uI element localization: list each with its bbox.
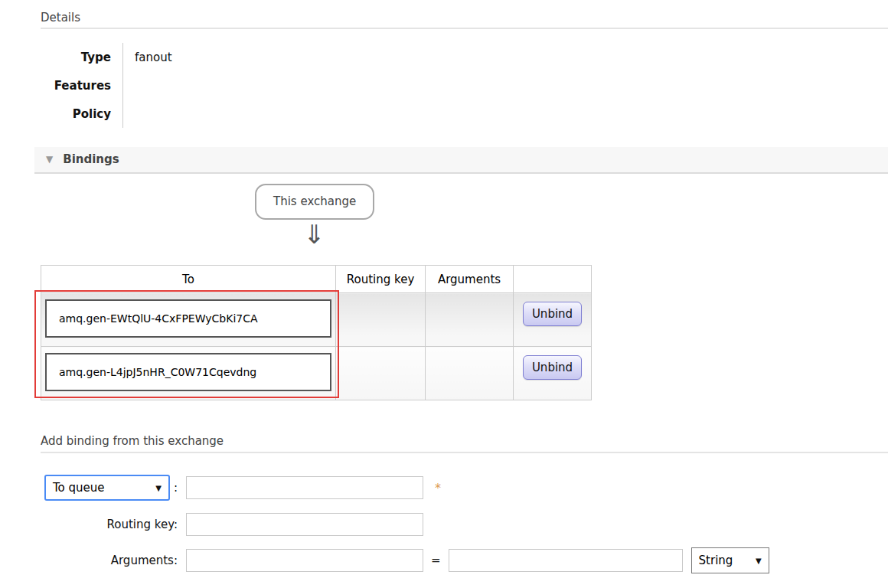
- binding-2-queue-link[interactable]: amq.gen-L4jpJ5nHR_C0W71Cqevdng: [45, 353, 331, 391]
- type-value: fanout: [135, 43, 172, 71]
- argument-type-select-value: String: [699, 554, 733, 567]
- binding-1-queue-link[interactable]: amq.gen-EWtQlU-4CxFPEWyCbKi7CA: [45, 299, 331, 338]
- policy-value: [135, 100, 172, 128]
- this-exchange-node: This exchange: [255, 184, 374, 220]
- argument-value-input[interactable]: [449, 549, 683, 572]
- destination-row: To queue ▼ : *: [41, 475, 888, 501]
- unbind-button[interactable]: Unbind: [523, 302, 582, 326]
- bindings-section-header[interactable]: ▼ Bindings: [34, 147, 888, 174]
- bindings-table: To Routing key Arguments amq.gen-EWtQlU-…: [41, 265, 592, 400]
- details-facts: Type Features Policy fanout: [41, 43, 888, 128]
- bindings-table-wrap: To Routing key Arguments amq.gen-EWtQlU-…: [41, 265, 591, 400]
- routing-key-label: Routing key:: [41, 518, 178, 531]
- equals-sign: =: [431, 554, 441, 567]
- details-title: Details: [41, 11, 888, 25]
- select-caret-icon: ▼: [155, 484, 162, 492]
- binding-row-2: amq.gen-L4jpJ5nHR_C0W71Cqevdng Unbind: [41, 347, 592, 400]
- features-label: Features: [41, 71, 122, 100]
- col-header-arguments: Arguments: [426, 266, 514, 293]
- col-header-routing-key: Routing key: [336, 266, 426, 293]
- required-marker: *: [435, 481, 441, 495]
- binding-2-action-cell: Unbind: [514, 347, 592, 400]
- argument-key-input[interactable]: [186, 549, 423, 572]
- add-binding-section: Add binding from this exchange: [41, 434, 888, 453]
- bindings-diagram: This exchange ⇓: [0, 184, 888, 247]
- routing-key-row: Routing key:: [41, 513, 888, 536]
- destination-type-select[interactable]: To queue ▼: [44, 475, 170, 501]
- binding-1-to-cell: amq.gen-EWtQlU-4CxFPEWyCbKi7CA: [41, 293, 336, 347]
- colon-separator: :: [174, 481, 178, 495]
- argument-type-select[interactable]: String ▼: [691, 547, 769, 573]
- features-value: [135, 71, 172, 100]
- collapse-triangle-icon: ▼: [46, 152, 53, 167]
- add-binding-form: To queue ▼ : * Routing key: Arguments: =…: [41, 475, 888, 572]
- type-label: Type: [41, 43, 122, 71]
- col-header-actions: [514, 266, 592, 293]
- binding-2-arguments-cell: [426, 347, 514, 400]
- binding-row-1: amq.gen-EWtQlU-4CxFPEWyCbKi7CA Unbind: [41, 293, 592, 347]
- select-caret-icon: ▼: [756, 557, 762, 565]
- binding-1-arguments-cell: [426, 293, 514, 347]
- destination-type-select-value: To queue: [53, 481, 105, 495]
- add-binding-title: Add binding from this exchange: [41, 434, 888, 449]
- binding-1-action-cell: Unbind: [514, 293, 592, 347]
- routing-key-input[interactable]: [186, 513, 423, 536]
- arguments-row: Arguments: = String ▼: [41, 549, 888, 572]
- exchange-details-page: Details Type Features Policy fanout ▼ Bi…: [0, 0, 888, 588]
- destination-name-input[interactable]: [186, 476, 423, 499]
- policy-label: Policy: [41, 100, 122, 128]
- unbind-button[interactable]: Unbind: [523, 355, 582, 380]
- bindings-title: Bindings: [63, 152, 119, 167]
- binding-1-routing-key-cell: [336, 293, 426, 347]
- binding-2-to-cell: amq.gen-L4jpJ5nHR_C0W71Cqevdng: [41, 347, 336, 400]
- details-section: Details: [41, 0, 888, 29]
- details-values-column: fanout: [122, 43, 172, 128]
- arguments-label: Arguments:: [41, 554, 178, 567]
- details-labels-column: Type Features Policy: [41, 43, 122, 128]
- destination-cell: To queue ▼ :: [41, 475, 178, 501]
- col-header-to: To: [41, 266, 336, 293]
- down-double-arrow-icon: ⇓: [303, 221, 329, 247]
- binding-2-routing-key-cell: [336, 347, 426, 400]
- bindings-table-header-row: To Routing key Arguments: [41, 266, 592, 293]
